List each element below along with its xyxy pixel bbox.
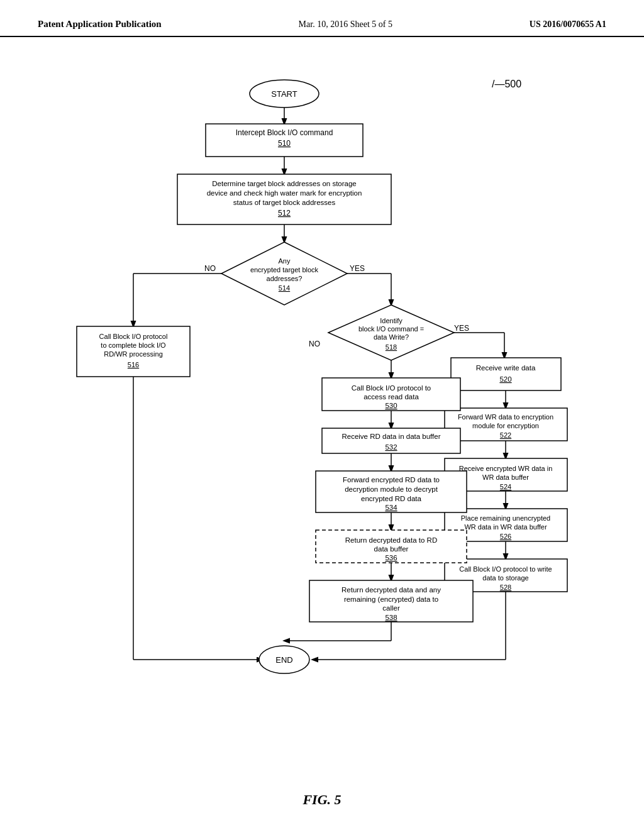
svg-text:END: END [275,655,292,665]
svg-text:access read data: access read data [364,393,419,401]
svg-text:Return decrypted data and any: Return decrypted data and any [341,586,441,594]
svg-text:encrypted RD data: encrypted RD data [361,495,421,502]
svg-text:532: 532 [385,443,397,451]
header-right: US 2016/0070655 A1 [530,19,606,30]
svg-text:Call Block I/O protocol to: Call Block I/O protocol to [352,384,431,392]
svg-text:NO: NO [204,264,216,273]
svg-text:530: 530 [385,402,397,409]
svg-text:Receive RD data in data buffer: Receive RD data in data buffer [341,433,440,440]
svg-text:YES: YES [350,264,365,273]
svg-text:block I/O command =: block I/O command = [358,325,424,333]
svg-text:526: 526 [500,533,511,540]
svg-text:Place remaining unencrypted: Place remaining unencrypted [461,514,550,522]
svg-text:Determine target block address: Determine target block addresses on stor… [212,180,356,187]
svg-text:Receive write data: Receive write data [476,364,536,372]
svg-text:device and check high water ma: device and check high water mark for enc… [207,189,362,197]
svg-text:Intercept Block I/O command: Intercept Block I/O command [236,128,333,137]
svg-text:data to storage: data to storage [482,574,528,582]
svg-text:data Write?: data Write? [374,333,409,341]
svg-text:addresses?: addresses? [267,275,303,282]
svg-text:START: START [271,89,297,99]
svg-text:to complete block I/O: to complete block I/O [101,341,166,349]
svg-rect-39 [451,358,561,390]
svg-text:decryption module to decrypt: decryption module to decrypt [345,485,438,493]
svg-marker-14 [221,242,347,305]
page-header: Patent Application Publication Mar. 10, … [0,0,644,37]
svg-text:encrypted target block: encrypted target block [250,266,319,274]
svg-text:518: 518 [386,343,397,351]
svg-text:Call Block I/O protocol: Call Block I/O protocol [99,333,168,340]
svg-text:Receive encrypted WR data in: Receive encrypted WR data in [459,465,553,472]
svg-marker-30 [328,305,454,360]
flowchart-svg: /—500 START Intercept Block I/O command … [39,56,605,779]
svg-text:remaining (encrypted) data to: remaining (encrypted) data to [344,595,438,603]
svg-text:Identify: Identify [380,317,402,324]
svg-text:522: 522 [500,431,511,439]
svg-text:/—500: /—500 [492,79,521,89]
svg-text:module for encryption: module for encryption [472,422,539,429]
svg-text:status of target block address: status of target block addresses [233,199,336,206]
svg-text:Forward WR data to encryption: Forward WR data to encryption [458,413,553,421]
diagram-area: /—500 START Intercept Block I/O command … [0,43,644,821]
svg-text:514: 514 [279,284,290,292]
svg-text:524: 524 [500,483,511,490]
header-center: Mar. 10, 2016 Sheet 5 of 5 [299,19,392,30]
svg-text:Return decrypted data to RD: Return decrypted data to RD [345,536,437,544]
svg-text:520: 520 [499,375,511,383]
svg-text:512: 512 [278,209,291,218]
svg-text:Any: Any [279,257,291,265]
svg-text:NO: NO [309,340,320,348]
svg-text:538: 538 [385,614,397,621]
svg-text:534: 534 [385,504,397,511]
svg-text:Call Block I/O protocol to wri: Call Block I/O protocol to write [459,565,552,573]
svg-text:WR data buffer: WR data buffer [482,473,529,481]
svg-text:YES: YES [454,324,469,333]
figure-label: FIG. 5 [303,792,341,808]
svg-text:536: 536 [385,554,397,562]
header-left: Patent Application Publication [38,19,162,30]
svg-text:528: 528 [500,584,511,591]
svg-text:caller: caller [382,604,400,612]
svg-text:RD/WR processing: RD/WR processing [104,350,163,358]
svg-text:Forward encrypted RD data to: Forward encrypted RD data to [343,476,440,484]
svg-text:510: 510 [278,139,291,148]
svg-text:WR data in WR data buffer: WR data in WR data buffer [464,523,547,531]
svg-text:516: 516 [128,361,139,368]
svg-text:data buffer: data buffer [374,545,409,553]
